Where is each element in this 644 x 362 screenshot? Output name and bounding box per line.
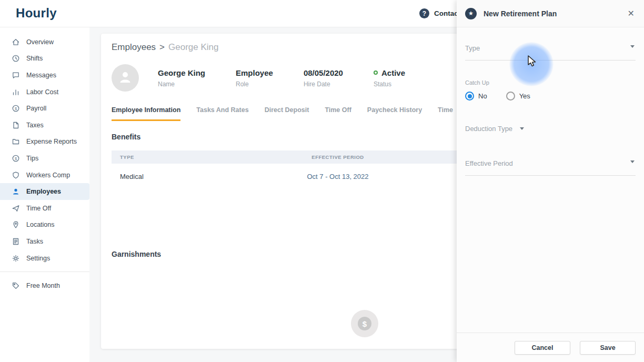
svg-text:$: $ [15, 106, 17, 111]
radio-label: Yes [519, 92, 530, 100]
sidebar-item-payroll[interactable]: $Payroll [0, 100, 89, 117]
tab-time-off[interactable]: Time Off [325, 106, 351, 121]
new-retirement-plan-drawer: ★ New Retirement Plan ✕ Type Catch Up No… [457, 0, 644, 362]
employee-role: Employee [236, 68, 273, 77]
sidebar-item-label: Taxes [26, 122, 44, 129]
tab-tasks-and-rates[interactable]: Tasks And Rates [196, 106, 248, 121]
breadcrumb-current: George King [168, 42, 218, 53]
close-icon[interactable]: ✕ [627, 7, 636, 19]
sidebar-item-settings[interactable]: Settings [0, 250, 89, 267]
radio-icon[interactable] [465, 92, 474, 100]
gear-icon [12, 254, 20, 263]
sidebar-item-tasks[interactable]: Tasks [0, 233, 89, 250]
breadcrumb: Employees > George King [112, 42, 219, 53]
sidebar-item-locations[interactable]: Locations [0, 217, 89, 234]
person-icon [12, 187, 20, 196]
sidebar-item-shifts[interactable]: Shifts [0, 51, 89, 67]
sidebar-item-taxes[interactable]: Taxes [0, 117, 89, 134]
task-list-icon [12, 237, 20, 246]
sidebar-item-label: Free Month [26, 282, 60, 289]
sidebar-divider [0, 272, 89, 272]
column-header-effective-period: EFFECTIVE PERIOD [259, 154, 417, 160]
status-badge: Active [381, 68, 405, 77]
employee-hire-date-field: 08/05/2020 Hire Date [304, 68, 343, 88]
employee-name-label: Name [158, 81, 205, 88]
sidebar-item-label: Shifts [26, 55, 43, 62]
dollar-icon: $ [358, 317, 371, 330]
sidebar-item-labor-cost[interactable]: Labor Cost [0, 84, 89, 100]
sidebar-item-label: Payroll [26, 105, 46, 112]
clock-icon [12, 54, 20, 63]
sidebar-item-employees[interactable]: Employees [0, 183, 89, 200]
star-icon: ★ [465, 8, 477, 19]
sidebar-item-workers-comp[interactable]: Workers Comp [0, 167, 89, 184]
sidebar-item-free-month[interactable]: Free Month [0, 277, 89, 294]
sidebar-item-label: Tips [26, 155, 38, 162]
sidebar-item-label: Expense Reports [26, 138, 77, 145]
catch-up-group: Catch Up NoYes [465, 79, 636, 100]
tab-time[interactable]: Time [438, 106, 453, 121]
chevron-down-icon [630, 160, 635, 163]
catch-up-radio-no[interactable]: No [465, 92, 487, 100]
catch-up-label: Catch Up [465, 79, 636, 86]
employee-role-label: Role [236, 81, 273, 88]
dollar-circle-icon: $ [12, 104, 20, 113]
employee-name-field: George King Name [158, 68, 205, 88]
cell-type: Medical [112, 173, 259, 180]
status-dot-icon [374, 71, 378, 75]
dollar-circle-icon: $ [12, 154, 20, 163]
shield-icon [12, 171, 20, 179]
employee-hire-date-label: Hire Date [304, 81, 343, 88]
employee-hire-date: 08/05/2020 [304, 68, 343, 77]
effective-period-select[interactable]: Effective Period [465, 158, 636, 176]
employee-name: George King [158, 68, 205, 77]
empty-garnishments-placeholder: $ [351, 310, 378, 337]
help-icon[interactable]: ? [419, 8, 429, 18]
hourly-logo: Hourly [16, 6, 57, 21]
deduction-type-select[interactable]: Deduction Type [465, 125, 524, 133]
column-header-type: TYPE [112, 154, 259, 160]
sidebar-item-label: Tasks [26, 238, 43, 245]
type-select-label: Type [465, 44, 480, 52]
drawer-body: Type Catch Up NoYes Deduction Type Effec… [457, 43, 644, 176]
document-icon [12, 121, 20, 129]
save-button[interactable]: Save [580, 341, 636, 355]
type-select[interactable]: Type [465, 43, 636, 61]
sidebar-item-label: Overview [26, 38, 54, 46]
sidebar-item-label: Labor Cost [26, 88, 58, 96]
sidebar-item-label: Settings [26, 255, 50, 262]
chat-icon [12, 71, 20, 79]
sidebar-item-label: Workers Comp [26, 172, 70, 179]
tab-paycheck-history[interactable]: Paycheck History [367, 106, 422, 121]
drawer-title: New Retirement Plan [484, 9, 627, 18]
chevron-down-icon [630, 45, 635, 48]
cell-effective-period: Oct 7 - Oct 13, 2022 [259, 173, 417, 180]
effective-period-label: Effective Period [465, 159, 513, 167]
sidebar-item-label: Employees [26, 188, 61, 195]
drawer-footer: Cancel Save [457, 333, 644, 362]
sidebar-item-overview[interactable]: Overview [0, 34, 89, 51]
sidebar-item-time-off[interactable]: Time Off [0, 200, 89, 217]
bar-chart-icon [12, 88, 20, 96]
catch-up-options: NoYes [465, 92, 636, 100]
tab-employee-information[interactable]: Employee Information [112, 106, 180, 121]
radio-icon[interactable] [506, 92, 515, 100]
sidebar-item-expense-reports[interactable]: Expense Reports [0, 134, 89, 150]
breadcrumb-parent[interactable]: Employees [112, 42, 156, 53]
sidebar-item-label: Locations [26, 221, 55, 228]
header-right: ? Contact [419, 8, 460, 18]
cancel-button[interactable]: Cancel [515, 341, 570, 355]
sidebar-item-messages[interactable]: Messages [0, 67, 89, 84]
sidebar-nav: OverviewShiftsMessagesLabor Cost$Payroll… [0, 27, 89, 362]
tab-direct-deposit[interactable]: Direct Deposit [265, 106, 309, 121]
employee-status-field: Active Status [374, 68, 405, 88]
sidebar-item-tips[interactable]: $Tips [0, 150, 89, 167]
deduction-type-label: Deduction Type [465, 125, 512, 133]
folder-icon [12, 137, 20, 146]
employee-status-label: Status [374, 81, 405, 88]
tag-icon [12, 281, 20, 290]
sidebar-item-label: Messages [26, 72, 56, 79]
svg-text:$: $ [15, 156, 17, 161]
avatar [112, 64, 139, 92]
catch-up-radio-yes[interactable]: Yes [506, 92, 530, 100]
